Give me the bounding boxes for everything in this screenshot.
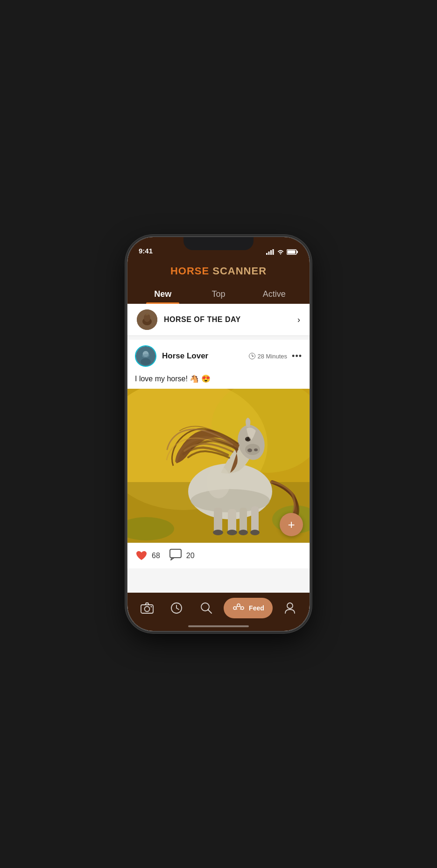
tabs: New Top Active: [135, 284, 302, 304]
svg-rect-2: [270, 250, 272, 255]
svg-rect-0: [266, 253, 268, 255]
svg-point-46: [241, 607, 244, 609]
svg-point-39: [144, 607, 149, 612]
svg-point-34: [239, 530, 248, 535]
svg-rect-1: [268, 252, 270, 255]
svg-line-43: [208, 610, 211, 614]
svg-point-32: [213, 530, 223, 535]
svg-point-21: [245, 444, 260, 455]
hotd-title: HORSE OF THE DAY: [164, 315, 297, 324]
svg-line-49: [236, 609, 237, 610]
comment-icon: [169, 549, 183, 563]
title-horse: HORSE: [170, 265, 209, 277]
phone-frame: 9:41: [127, 237, 310, 631]
search-icon: [200, 602, 213, 615]
svg-point-35: [250, 530, 260, 535]
svg-point-26: [247, 438, 247, 439]
hotd-avatar-image: [137, 309, 157, 330]
notch: [183, 237, 254, 250]
clock-icon: [249, 353, 255, 359]
post-time-text: 28 Minutes: [258, 353, 288, 360]
home-indicator: [188, 625, 249, 627]
hotd-avatar: [137, 309, 157, 330]
battery-icon: [287, 249, 298, 255]
hotd-chevron: ›: [297, 315, 300, 325]
nav-history[interactable]: [164, 598, 189, 618]
svg-point-51: [287, 603, 293, 609]
svg-point-33: [227, 530, 237, 535]
app-header: HORSE SCANNER New Top Active: [127, 258, 310, 304]
post-time: 28 Minutes: [249, 353, 288, 360]
app-title: HORSE SCANNER: [135, 263, 302, 284]
svg-point-40: [150, 606, 152, 608]
signal-icon: [266, 249, 275, 255]
user-avatar-inner: [136, 346, 155, 366]
feed-icon: [232, 602, 245, 615]
post-image: +: [127, 389, 310, 543]
tab-active[interactable]: Active: [247, 284, 302, 304]
status-time: 9:41: [139, 247, 153, 255]
like-action[interactable]: 68: [135, 549, 160, 562]
svg-line-50: [240, 609, 241, 610]
svg-point-23: [254, 448, 258, 451]
svg-rect-31: [251, 506, 259, 533]
fab-button[interactable]: +: [280, 513, 303, 536]
status-icons: [266, 249, 298, 255]
nav-feed[interactable]: Feed: [224, 598, 273, 618]
post-caption: I love my horse! 🐴 😍: [127, 372, 310, 389]
profile-icon: [283, 602, 296, 615]
user-avatar: [135, 345, 156, 367]
svg-point-45: [237, 604, 240, 607]
like-count: 68: [152, 552, 160, 560]
svg-point-44: [233, 607, 236, 609]
hotd-banner[interactable]: HORSE OF THE DAY ›: [127, 304, 310, 336]
history-icon: [170, 602, 183, 615]
svg-rect-30: [240, 508, 247, 533]
svg-rect-6: [288, 251, 296, 254]
svg-rect-5: [297, 251, 298, 253]
heart-icon: [135, 549, 148, 562]
svg-rect-28: [214, 508, 222, 533]
tab-new[interactable]: New: [135, 284, 190, 304]
comment-action[interactable]: 20: [169, 549, 195, 563]
nav-camera[interactable]: [135, 598, 159, 618]
camera-icon: [141, 602, 154, 615]
svg-point-12: [141, 358, 151, 365]
post-meta: 28 Minutes •••: [249, 351, 303, 361]
scrollable-content: HORSE OF THE DAY ›: [127, 304, 310, 631]
nav-profile[interactable]: [278, 598, 302, 618]
svg-rect-37: [170, 549, 181, 558]
screen: 9:41: [127, 237, 310, 631]
post-actions: 68 20: [127, 543, 310, 568]
user-name: Horse Lover: [162, 351, 249, 361]
nav-search[interactable]: [194, 598, 218, 618]
title-scanner: SCANNER: [209, 265, 267, 277]
comment-count: 20: [186, 552, 195, 560]
fab-icon: +: [288, 518, 295, 531]
wifi-icon: [277, 249, 284, 255]
tab-top[interactable]: Top: [190, 284, 246, 304]
more-options-icon[interactable]: •••: [292, 351, 302, 361]
post-header: Horse Lover 28 Minutes •••: [127, 340, 310, 372]
post-card: Horse Lover 28 Minutes ••• I love my hor…: [127, 340, 310, 568]
svg-point-22: [247, 448, 252, 452]
svg-rect-3: [273, 249, 274, 255]
svg-point-36: [207, 466, 230, 498]
svg-line-47: [236, 606, 237, 608]
svg-line-48: [240, 606, 241, 608]
feed-label: Feed: [249, 604, 264, 612]
